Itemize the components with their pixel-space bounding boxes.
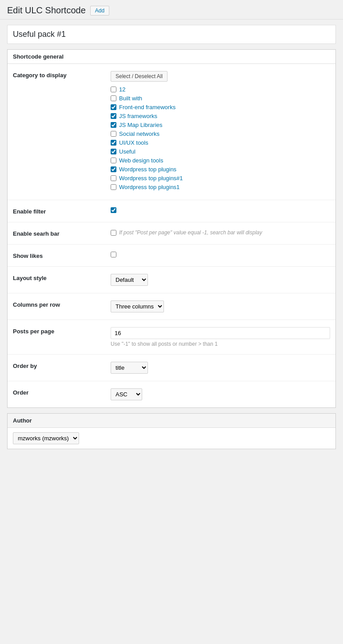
field-value-enable-search-bar: If post "Post per page" value equal -1, …: [111, 229, 330, 236]
label-cat_social[interactable]: Social networks: [119, 130, 160, 137]
order-by-select[interactable]: titledateIDauthorrandmodified: [111, 362, 148, 374]
list-item: JS frameworks: [111, 113, 330, 119]
label-cat_jsmaplib[interactable]: JS Map Libraries: [119, 122, 163, 128]
field-label-columns-per-row: Columns per row: [13, 300, 111, 308]
field-value-columns-per-row: One columnTwo columnsThree columnsFour c…: [111, 300, 330, 312]
list-item: JS Map Libraries: [111, 122, 330, 128]
list-item: Wordpress top plugins1: [111, 184, 330, 190]
label-cat_builtwith[interactable]: Built with: [119, 95, 142, 102]
list-item: Front-end frameworks: [111, 104, 330, 111]
show-likes-checkbox[interactable]: [111, 252, 116, 257]
label-cat_12[interactable]: 12: [119, 86, 125, 93]
list-item: Web design tools: [111, 157, 330, 164]
checkbox-cat_webdesign[interactable]: [111, 158, 116, 163]
field-category: Category to display Select / Deselect Al…: [8, 64, 335, 200]
field-label-order: Order: [13, 388, 111, 396]
list-item: Wordpress top plugins: [111, 166, 330, 173]
select-deselect-button[interactable]: Select / Deselect All: [111, 71, 168, 82]
field-value-order-by: titledateIDauthorrandmodified: [111, 362, 330, 374]
posts-per-page-hint: Use "-1" to show all posts or number > t…: [111, 341, 330, 347]
field-label-order-by: Order by: [13, 362, 111, 369]
field-value-posts-per-page: Use "-1" to show all posts or number > t…: [111, 327, 330, 347]
list-item: Useful: [111, 148, 330, 155]
enable-filter-checkbox[interactable]: [111, 207, 116, 213]
field-value-order: ASCDESC: [111, 388, 330, 400]
enable-search-bar-checkbox[interactable]: [111, 230, 116, 236]
author-select[interactable]: mzworks (mzworks): [13, 432, 79, 444]
post-title-display: Useful pack #1: [7, 25, 336, 44]
field-layout-style: Layout style DefaultGridListMasonry: [8, 267, 335, 293]
page-header: Edit ULC Shortcode Add: [0, 0, 343, 20]
label-cat_wptop[interactable]: Wordpress top plugins: [119, 166, 176, 173]
field-label-enable-filter: Enable filter: [13, 207, 111, 215]
list-item: Built with: [111, 95, 330, 102]
metabox-content: Category to display Select / Deselect Al…: [8, 64, 335, 407]
posts-per-page-input[interactable]: [111, 327, 330, 339]
label-cat_wptop1[interactable]: Wordpress top plugins#1: [119, 175, 183, 182]
list-item: 12: [111, 86, 330, 93]
metabox-title: Shortcode general: [8, 50, 335, 64]
field-label-category: Category to display: [13, 71, 111, 79]
field-enable-search-bar: Enable searh bar If post "Post per page"…: [8, 222, 335, 245]
layout-style-select[interactable]: DefaultGridListMasonry: [111, 274, 148, 286]
checkbox-cat_jsfw[interactable]: [111, 113, 116, 119]
label-cat_frontend[interactable]: Front-end frameworks: [119, 104, 175, 111]
checkbox-cat_social[interactable]: [111, 131, 116, 137]
field-value-show-likes: [111, 252, 330, 259]
field-order-by: Order by titledateIDauthorrandmodified: [8, 355, 335, 381]
checkbox-cat_wptop1b[interactable]: [111, 184, 116, 190]
checkbox-cat_jsmaplib[interactable]: [111, 122, 116, 128]
field-columns-per-row: Columns per row One columnTwo columnsThr…: [8, 293, 335, 320]
author-metabox: Author mzworks (mzworks): [7, 413, 336, 449]
search-bar-hint: If post "Post per page" value equal -1, …: [119, 229, 262, 236]
field-value-layout-style: DefaultGridListMasonry: [111, 274, 330, 286]
field-label-layout-style: Layout style: [13, 274, 111, 281]
page-title: Edit ULC Shortcode: [7, 5, 86, 16]
columns-per-row-select[interactable]: One columnTwo columnsThree columnsFour c…: [111, 300, 164, 312]
checkbox-cat_builtwith[interactable]: [111, 95, 116, 101]
checkbox-cat_uiux[interactable]: [111, 140, 116, 146]
list-item: Social networks: [111, 130, 330, 137]
list-item: UI/UX tools: [111, 139, 330, 146]
add-button[interactable]: Add: [90, 6, 109, 16]
label-cat_useful[interactable]: Useful: [119, 148, 136, 155]
author-box-title: Author: [8, 414, 335, 428]
field-posts-per-page: Posts per page Use "-1" to show all post…: [8, 320, 335, 355]
checkbox-cat_wptop1[interactable]: [111, 175, 116, 181]
label-cat_jsfw[interactable]: JS frameworks: [119, 113, 157, 119]
list-item: Wordpress top plugins#1: [111, 175, 330, 182]
category-checkbox-list: 12Built withFront-end frameworksJS frame…: [111, 86, 330, 190]
field-label-enable-search-bar: Enable searh bar: [13, 229, 111, 237]
label-cat_wptop1b[interactable]: Wordpress top plugins1: [119, 184, 179, 190]
checkbox-cat_wptop[interactable]: [111, 166, 116, 172]
author-box-content: mzworks (mzworks): [8, 428, 335, 449]
label-cat_webdesign[interactable]: Web design tools: [119, 157, 164, 164]
label-cat_uiux[interactable]: UI/UX tools: [119, 139, 148, 146]
checkbox-cat_12[interactable]: [111, 87, 116, 92]
shortcode-general-metabox: Shortcode general Category to display Se…: [7, 49, 336, 408]
field-value-enable-filter: [111, 207, 330, 214]
checkbox-cat_useful[interactable]: [111, 149, 116, 154]
checkbox-cat_frontend[interactable]: [111, 104, 116, 110]
field-value-category: Select / Deselect All 12Built withFront-…: [111, 71, 330, 193]
field-order: Order ASCDESC: [8, 381, 335, 407]
field-label-show-likes: Show likes: [13, 252, 111, 259]
field-enable-filter: Enable filter: [8, 200, 335, 222]
order-select[interactable]: ASCDESC: [111, 388, 142, 400]
field-show-likes: Show likes: [8, 245, 335, 267]
field-label-posts-per-page: Posts per page: [13, 327, 111, 335]
